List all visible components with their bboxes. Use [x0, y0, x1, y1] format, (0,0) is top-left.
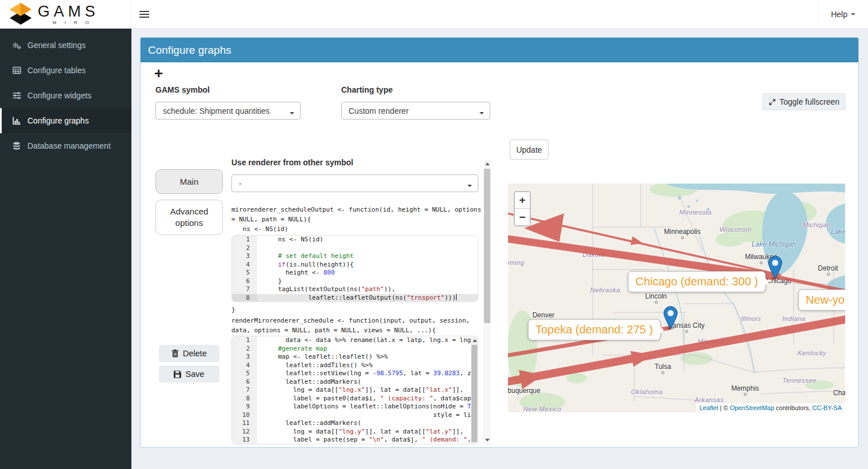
database-icon [12, 141, 21, 150]
code-line: 3 # set default height [232, 252, 478, 261]
text-cursor [456, 294, 457, 300]
sliders-icon [12, 91, 21, 100]
openstreetmap-link[interactable]: OpenStreetMap [730, 404, 774, 411]
sidebar-item-label: Configure graphs [27, 116, 89, 125]
use-renderer-label: Use renderer from other symbol [231, 158, 353, 167]
gams-diamond-icon [8, 2, 33, 26]
tab-main[interactable]: Main [155, 169, 223, 194]
config-scrollbar[interactable] [483, 160, 491, 444]
code-line: 6 } [232, 277, 478, 286]
delete-button[interactable]: Delete [159, 345, 219, 362]
brand-subtitle: M I R O [53, 21, 99, 25]
toggle-fullscreen-button[interactable]: Toggle fullscreen [762, 93, 846, 110]
help-label: Help [831, 10, 847, 19]
code-close-brace: } [231, 305, 478, 315]
code-line: 5 leaflet::setView(lng = -98.5795, lat =… [232, 369, 478, 378]
sidebar-menu: General settingsConfigure tablesConfigur… [0, 29, 131, 469]
scroll-down-icon [485, 439, 490, 444]
code-line: 2 [232, 244, 478, 253]
leaflet-link[interactable]: Leaflet [699, 404, 718, 411]
brand-name: GAMS [38, 4, 99, 19]
app-window: GAMS M I R O Help General settingsConfig… [0, 0, 868, 469]
save-icon [174, 371, 181, 378]
code-editor-render[interactable]: 1 data <- data %>% rename(lat.x = latp, … [231, 336, 478, 444]
code-line: 7 lng = data[["lng.x"]], lat = data[["la… [232, 386, 478, 395]
cogs-icon [12, 41, 21, 50]
code-line: 8 leaflet::leafletOutput(ns("trnsport"))… [232, 294, 478, 303]
sidebar-item-database-management[interactable]: Database management [0, 133, 131, 158]
leaflet-map[interactable]: MinnesotaMinneapolisWisconsinMichiganLak… [508, 184, 845, 412]
code-line: 5 height <- 800 [232, 269, 478, 277]
chevron-down-icon [851, 13, 855, 18]
chevron-down-icon [290, 112, 294, 117]
editor-scrollbar[interactable] [471, 336, 478, 444]
sidebar-toggle-button[interactable] [133, 0, 155, 29]
code-line: 9 labelOptions = leaflet::labelOptions(n… [232, 403, 478, 411]
code-editor-output[interactable]: 1 ns <- NS(id)23 # set default height4 i… [231, 235, 478, 302]
sidebar-item-label: Database management [27, 141, 111, 150]
table-icon [12, 66, 21, 75]
charting-type-label: Charting type [341, 85, 393, 94]
charting-type-select[interactable]: Custom renderer [341, 102, 490, 120]
license-link[interactable]: CC-BY-SA [812, 404, 842, 411]
zoom-in-button[interactable]: + [515, 192, 530, 209]
code-line: 4 leaflet::addTiles() %>% [232, 361, 478, 370]
add-graph-button[interactable]: + [154, 66, 163, 81]
configure-graphs-panel: Configure graphs + GAMS symbol schedule:… [140, 37, 859, 448]
sidebar-item-label: Configure widgets [27, 91, 91, 100]
scroll-up-icon [473, 337, 477, 342]
panel-title: Configure graphs [141, 38, 858, 62]
code-intro-b: renderMirorenderer_schedule <- function(… [231, 316, 478, 335]
use-renderer-select[interactable]: - [231, 174, 478, 192]
chevron-down-icon [479, 112, 484, 117]
code-line: 6 leaflet::addMarkers( [232, 378, 478, 387]
code-line: 1 data <- data %>% rename(lat.x = latp, … [232, 336, 478, 345]
save-button[interactable]: Save [159, 365, 219, 383]
code-line: 4 if(is.null(height)){ [232, 261, 478, 269]
flow-arrows [508, 184, 845, 412]
code-line: 10 style = list(' [232, 411, 478, 420]
map-zoom-control: + − [514, 191, 531, 226]
marker-chicago[interactable] [768, 256, 782, 279]
code-line: 7 tagList(textOutput(ns("path")), [232, 285, 478, 294]
code-line: 1 ns <- NS(id) [232, 236, 478, 244]
sidebar-item-configure-widgets[interactable]: Configure widgets [0, 83, 131, 108]
zoom-out-button[interactable]: − [515, 209, 530, 225]
gams-miro-logo[interactable]: GAMS M I R O [0, 0, 131, 29]
update-button[interactable]: Update [510, 140, 549, 160]
chart-icon [12, 116, 21, 125]
gams-symbol-select[interactable]: schedule: Shipment quantities [155, 102, 301, 120]
code-line: 12 lng = data[["lng.y"]], lat = data[["l… [232, 428, 478, 436]
help-menu[interactable]: Help [818, 0, 868, 29]
sidebar-item-general-settings[interactable]: General settings [0, 33, 131, 58]
marker-topeka[interactable] [663, 306, 678, 329]
scrollbar-thumb[interactable] [471, 345, 477, 442]
panel-body: + GAMS symbol schedule: Shipment quantit… [141, 62, 858, 447]
sidebar-item-configure-graphs[interactable]: Configure graphs [0, 108, 131, 133]
code-intro-a: mirorenderer_scheduleOutput <- function(… [231, 205, 478, 234]
code-line: 13 label = paste(sep = "\n", data$j, " (… [232, 436, 478, 444]
chevron-down-icon [467, 185, 472, 189]
code-line: 2 #generate map [232, 345, 478, 353]
hamburger-icon [139, 11, 149, 12]
code-line: 11 leaflet::addMarkers( [232, 419, 478, 428]
fullscreen-arrows-icon [769, 98, 776, 106]
top-navbar: GAMS M I R O Help [0, 0, 868, 29]
sidebar-item-configure-tables[interactable]: Configure tables [0, 58, 131, 83]
sidebar-item-label: Configure tables [27, 66, 86, 75]
scroll-up-icon [485, 160, 490, 165]
code-line: 3 map <- leaflet::leaflet() %>% [232, 353, 478, 361]
sidebar-item-label: General settings [27, 41, 86, 50]
map-attribution: Leaflet | © OpenStreetMap contributors, … [696, 403, 845, 412]
scrollbar-thumb[interactable] [484, 169, 490, 323]
gams-symbol-label: GAMS symbol [155, 85, 210, 94]
code-line: 8 label = paste0(data$i, " (capacity: ",… [232, 395, 478, 403]
tab-advanced-options[interactable]: Advanced options [155, 200, 223, 235]
trash-icon [171, 349, 179, 357]
